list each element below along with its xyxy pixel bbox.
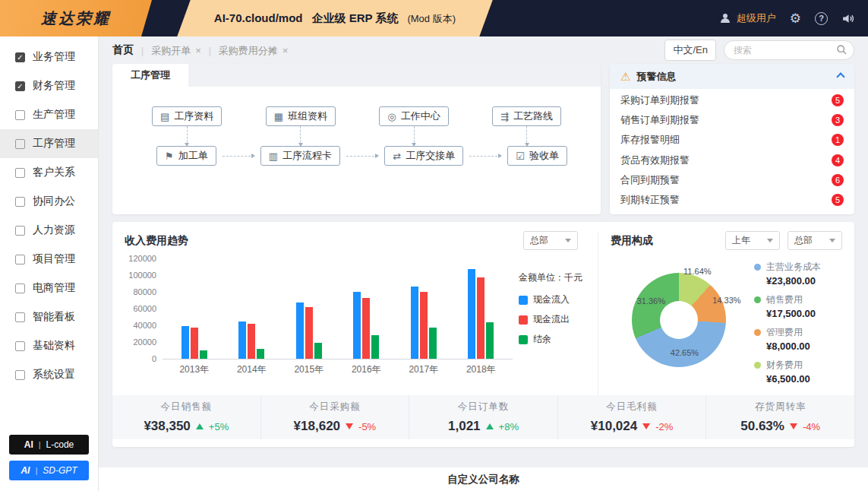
flow-box-加工单[interactable]: ⚑加工单 — [156, 146, 216, 166]
alert-item-销售订单到期报警[interactable]: 销售订单到期报警3 — [620, 113, 844, 127]
pie-legend-value: ¥6,500.00 — [766, 373, 842, 385]
bar-现金流出 — [305, 307, 313, 359]
pie-chart-title: 费用构成 — [611, 234, 653, 248]
flow-row-orders: ⚑加工单▥工序流程卡⇄工序交接单☑验收单 — [112, 146, 601, 166]
tab-process-management[interactable]: 工序管理 — [112, 64, 188, 87]
flow-box-工序流程卡[interactable]: ▥工序流程卡 — [260, 146, 340, 166]
flow-box-icon: ▥ — [269, 151, 278, 161]
pie-legend-value: ¥8,000.00 — [766, 341, 842, 352]
close-icon[interactable]: × — [195, 45, 201, 56]
chevron-down-icon — [829, 239, 835, 242]
branch-filter-select-2[interactable]: 总部 — [788, 231, 842, 250]
product-name: AI-70.cloud/mod — [214, 11, 303, 24]
bar-chart-y-axis: 020000400006000080000100000120000 — [125, 259, 163, 360]
x-tick-label: 2018年 — [466, 363, 496, 376]
gear-icon[interactable]: ⚙ — [790, 12, 801, 25]
ai-button-L-code[interactable]: AI|L-code — [9, 435, 89, 455]
bar-现金流入 — [468, 269, 475, 359]
bar-group-2015年 — [296, 303, 322, 359]
open-tab-采购费用分摊[interactable]: 采购费用分摊× — [219, 44, 289, 58]
stat-value: 1,021 — [448, 419, 481, 434]
alert-item-库存报警明细[interactable]: 库存报警明细1 — [620, 133, 844, 147]
stat-percent: +5% — [209, 421, 229, 432]
close-icon[interactable]: × — [282, 45, 289, 56]
sidebar-item-系统设置[interactable]: 系统设置 — [0, 360, 98, 389]
alert-count-badge: 4 — [832, 154, 844, 166]
sidebar-nav: ✓业务管理✓财务管理生产管理工序管理客户关系协同办公人力资源项目管理电商管理智能… — [0, 36, 98, 435]
stat-value: 50.63% — [740, 419, 784, 434]
flow-box-工作中心[interactable]: ◎工作中心 — [379, 106, 448, 126]
sidebar-item-工序管理[interactable]: 工序管理 — [0, 129, 98, 158]
version-label: (Mod 版本) — [408, 12, 456, 26]
bar-现金流出 — [477, 277, 485, 359]
stat-label: 今日采购额 — [309, 401, 361, 413]
flow-box-工艺路线[interactable]: ⇶工艺路线 — [492, 106, 561, 126]
bar-现金流出 — [191, 328, 198, 359]
bar-现金流入 — [238, 322, 246, 360]
branch-filter-select[interactable]: 总部 — [523, 231, 578, 250]
legend-item-结余: 结余 — [519, 333, 598, 346]
flow-box-icon: ⇶ — [500, 112, 509, 122]
alerts-panel: ⚠ 预警信息 采购订单到期报警5销售订单到期报警3库存报警明细1货品有效期报警4… — [610, 64, 854, 214]
sidebar-item-label: 工序管理 — [33, 137, 75, 150]
bar-现金流入 — [411, 287, 418, 359]
stat-value: ¥18,620 — [294, 419, 340, 434]
down-arrow-icon — [790, 423, 797, 429]
open-tab-采购开单[interactable]: 采购开单× — [151, 44, 201, 58]
warning-icon: ⚠ — [620, 71, 630, 82]
alert-item-到期转正预警[interactable]: 到期转正预警5 — [620, 193, 844, 207]
sidebar-item-财务管理[interactable]: ✓财务管理 — [0, 71, 98, 100]
sidebar-item-电商管理[interactable]: 电商管理 — [0, 274, 98, 303]
period-filter-select[interactable]: 上年 — [725, 231, 780, 250]
flow-box-icon: ⇄ — [393, 151, 401, 161]
sidebar-item-协同办公[interactable]: 协同办公 — [0, 187, 98, 216]
legend-swatch — [519, 335, 528, 344]
sidebar-item-项目管理[interactable]: 项目管理 — [0, 245, 98, 274]
stat-label: 今日销售额 — [161, 401, 213, 413]
checkbox-icon — [15, 370, 25, 380]
sidebar-item-智能看板[interactable]: 智能看板 — [0, 303, 98, 331]
bar-chart-legend: 金额单位：千元 现金流入现金流出结余 — [513, 271, 598, 376]
search-input[interactable] — [724, 40, 854, 60]
connector-down — [300, 126, 301, 146]
alert-item-货品有效期报警[interactable]: 货品有效期报警4 — [620, 154, 844, 167]
process-flowchart: ▤工序资料▦班组资料◎工作中心⇶工艺路线 ⚑加工单▥工序流程卡⇄工序交接单☑验收… — [112, 87, 601, 166]
sidebar-item-客户关系[interactable]: 客户关系 — [0, 158, 98, 187]
bar-现金流入 — [353, 292, 361, 359]
pie-legend-item-财务费用: 财务费用¥6,500.00 — [754, 359, 842, 385]
collapse-chevron-icon[interactable] — [836, 72, 844, 81]
language-toggle-button[interactable]: 中文/En — [664, 40, 716, 61]
breadcrumb-home[interactable]: 首页 — [112, 43, 134, 57]
flow-box-工序资料[interactable]: ▤工序资料 — [152, 106, 222, 126]
checkbox-icon — [15, 139, 25, 149]
bar-现金流入 — [181, 326, 189, 359]
flow-box-验收单[interactable]: ☑验收单 — [507, 146, 567, 166]
pie-slice-label: 31.36% — [637, 296, 665, 306]
stat-今日销售额: 今日销售额¥38,350+5% — [112, 395, 260, 439]
sidebar-item-label: 电商管理 — [33, 281, 75, 295]
help-icon[interactable]: ? — [815, 12, 828, 25]
stat-value: ¥38,350 — [144, 419, 190, 434]
dashboard-charts-panel: 收入费用趋势 总部 020000400006000080000100000120… — [112, 222, 854, 447]
flow-box-工序交接单[interactable]: ⇄工序交接单 — [384, 146, 463, 166]
sidebar-item-业务管理[interactable]: ✓业务管理 — [0, 43, 98, 71]
alert-label: 库存报警明细 — [620, 133, 680, 147]
legend-dot — [754, 329, 761, 336]
breadcrumb-separator: | — [141, 46, 144, 56]
alerts-header: ⚠ 预警信息 — [610, 64, 854, 89]
sidebar: ✓业务管理✓财务管理生产管理工序管理客户关系协同办公人力资源项目管理电商管理智能… — [0, 36, 99, 491]
speaker-icon[interactable] — [841, 12, 854, 25]
sidebar-item-基础资料[interactable]: 基础资料 — [0, 331, 98, 360]
ai-button-SD-GPT[interactable]: AI|SD-GPT — [9, 461, 89, 480]
process-management-panel: 工序管理 ▤工序资料▦班组资料◎工作中心⇶工艺路线 ⚑加工单▥工序流程卡⇄工序交… — [112, 64, 601, 214]
alert-item-采购订单到期报警[interactable]: 采购订单到期报警5 — [620, 93, 844, 107]
stat-label: 存货周转率 — [755, 401, 806, 413]
alert-label: 货品有效期报警 — [620, 154, 690, 167]
flow-box-班组资料[interactable]: ▦班组资料 — [266, 106, 336, 126]
sidebar-item-生产管理[interactable]: 生产管理 — [0, 100, 98, 129]
alert-item-合同到期预警[interactable]: 合同到期预警6 — [620, 173, 844, 187]
connector-down — [414, 126, 415, 146]
user-menu[interactable]: 超级用户 — [718, 11, 776, 25]
search-icon[interactable] — [836, 44, 847, 59]
sidebar-item-人力资源[interactable]: 人力资源 — [0, 216, 98, 245]
